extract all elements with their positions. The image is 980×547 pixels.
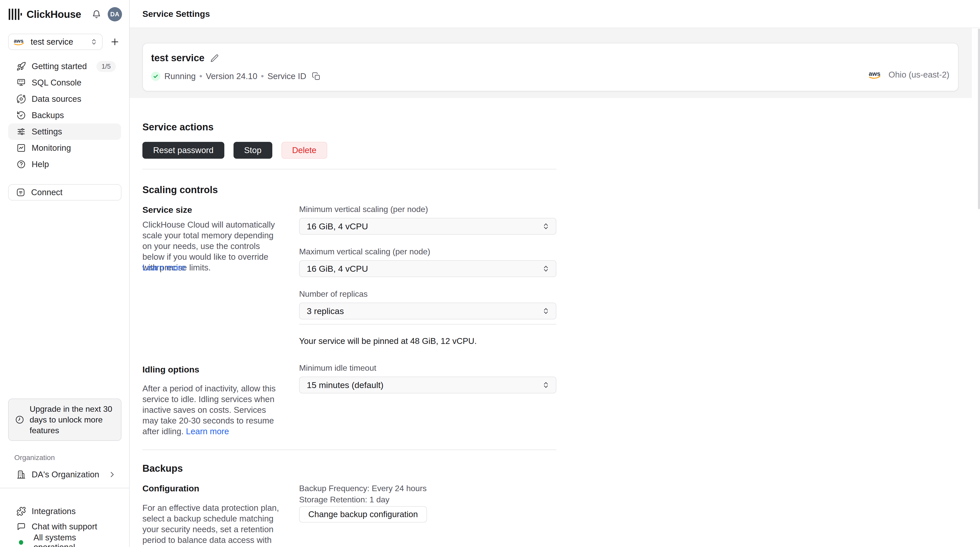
sidebar-item-label: Settings <box>32 127 62 137</box>
upgrade-notice-card[interactable]: Upgrade in the next 30 days to unlock mo… <box>8 399 121 441</box>
sidebar: ClickHouse DA aws test servic <box>0 0 130 547</box>
backup-history-icon <box>16 110 26 120</box>
page-header: Service Settings <box>130 0 980 28</box>
sql-console-icon <box>16 78 26 87</box>
max-scaling-label: Maximum vertical scaling (per node) <box>299 246 430 257</box>
help-icon <box>16 159 26 169</box>
unfold-chevron-icon <box>542 307 550 315</box>
replicas-select[interactable]: 3 replicas <box>299 302 556 320</box>
edit-pencil-icon[interactable] <box>210 54 219 62</box>
sidebar-item-settings[interactable]: Settings <box>8 124 121 140</box>
organization-row[interactable]: DA's Organization <box>8 466 121 483</box>
delete-button[interactable]: Delete <box>282 142 327 159</box>
system-status-label: All systems operational <box>33 533 116 547</box>
idle-timeout-value: 15 minutes (default) <box>307 380 383 390</box>
service-size-title: Service size <box>142 204 192 215</box>
bullet-separator: • <box>199 72 202 81</box>
sidebar-item-integrations[interactable]: Integrations <box>8 504 121 519</box>
building-icon <box>16 470 26 479</box>
replicas-label: Number of replicas <box>299 289 368 299</box>
connect-wifi-icon <box>16 188 25 197</box>
replicas-value: 3 replicas <box>307 306 344 316</box>
service-name: test service <box>151 52 204 64</box>
orbit-icon <box>16 94 26 104</box>
service-id-label: Service ID <box>267 72 306 81</box>
monitoring-chart-icon <box>16 143 26 153</box>
sidebar-item-chat-support[interactable]: Chat with support <box>8 519 121 534</box>
min-scaling-value: 16 GiB, 4 vCPU <box>307 221 368 231</box>
status-green-dot <box>19 540 23 545</box>
sliders-icon <box>16 127 26 137</box>
aws-logo-icon: aws <box>869 70 883 80</box>
chat-bubble-icon <box>16 522 26 531</box>
brand-name: ClickHouse <box>27 9 81 20</box>
status-text: Running <box>164 72 196 81</box>
clock-icon <box>15 415 24 425</box>
svg-text:aws: aws <box>869 70 880 77</box>
max-scaling-select[interactable]: 16 GiB, 4 vCPU <box>299 260 556 277</box>
change-backup-configuration-button[interactable]: Change backup configuration <box>299 506 427 523</box>
clickhouse-logo-icon <box>9 8 22 21</box>
copy-icon[interactable] <box>312 72 321 81</box>
service-actions-title: Service actions <box>142 121 213 134</box>
chat-support-label: Chat with support <box>32 522 97 531</box>
system-status-item[interactable]: All systems operational <box>8 535 121 547</box>
sidebar-divider <box>0 488 129 488</box>
unfold-chevron-icon <box>542 223 550 230</box>
avatar[interactable]: DA <box>108 7 122 21</box>
sidebar-item-label: Backups <box>32 110 64 120</box>
sidebar-item-monitoring[interactable]: Monitoring <box>8 140 121 156</box>
service-selector[interactable]: aws test service <box>8 34 103 50</box>
min-scaling-label: Minimum vertical scaling (per node) <box>299 204 428 214</box>
idling-description: After a period of inactivity, allow this… <box>142 383 279 437</box>
service-actions-buttons: Reset password Stop Delete <box>142 142 327 159</box>
sidebar-item-label: Getting started <box>32 62 87 71</box>
version-text: Version 24.10 <box>206 72 258 81</box>
svg-text:aws: aws <box>14 38 24 44</box>
sidebar-item-label: SQL Console <box>32 78 81 87</box>
add-service-button[interactable] <box>109 36 121 48</box>
upgrade-notice-text: Upgrade in the next 30 days to unlock mo… <box>30 404 115 436</box>
getting-started-progress-badge: 1/5 <box>97 61 116 72</box>
vertical-scrollbar-thumb[interactable] <box>978 29 980 209</box>
sidebar-item-label: Help <box>32 159 49 169</box>
reset-password-button[interactable]: Reset password <box>142 142 224 159</box>
form-divider <box>299 324 556 324</box>
chevron-right-icon <box>108 471 116 479</box>
bullet-separator: • <box>261 72 264 81</box>
storage-retention-text: Storage Retention: 1 day <box>299 494 390 505</box>
sidebar-item-help[interactable]: Help <box>8 156 121 172</box>
idle-timeout-select[interactable]: 15 minutes (default) <box>299 377 556 393</box>
backup-frequency-text: Backup Frequency: Every 24 hours <box>299 483 427 494</box>
idling-learn-more-link[interactable]: Learn more <box>186 426 229 436</box>
region-row: aws Ohio (us-east-2) <box>869 70 950 80</box>
unfold-chevron-icon <box>542 265 550 272</box>
integrations-label: Integrations <box>32 506 76 516</box>
backups-description: For an effective data protection plan, s… <box>142 502 284 547</box>
scaling-learn-more-link[interactable]: Learn more <box>142 263 186 272</box>
clickhouse-cloud-app: ClickHouse DA aws test servic <box>0 0 980 547</box>
brand-row: ClickHouse DA <box>0 0 129 29</box>
section-divider <box>142 169 556 169</box>
page-title: Service Settings <box>142 9 210 19</box>
unfold-chevron-icon <box>90 38 97 45</box>
region-text: Ohio (us-east-2) <box>889 70 950 80</box>
main-content: Service Settings test service Running <box>130 0 980 547</box>
sidebar-item-backups[interactable]: Backups <box>8 107 121 124</box>
notifications-bell-icon[interactable] <box>91 9 102 19</box>
backups-title: Backups <box>142 462 183 475</box>
sidebar-item-data-sources[interactable]: Data sources <box>8 91 121 107</box>
sidebar-item-getting-started[interactable]: Getting started 1/5 <box>8 58 121 75</box>
scaling-controls-title: Scaling controls <box>142 183 218 196</box>
connect-button[interactable]: Connect <box>8 184 121 200</box>
idle-timeout-label: Minimum idle timeout <box>299 363 376 373</box>
service-status-row: Running • Version 24.10 • Service ID <box>151 72 321 81</box>
status-check-icon <box>151 72 160 81</box>
sidebar-item-label: Data sources <box>32 94 81 104</box>
sidebar-item-sql-console[interactable]: SQL Console <box>8 75 121 91</box>
min-scaling-select[interactable]: 16 GiB, 4 vCPU <box>299 218 556 235</box>
stop-button[interactable]: Stop <box>234 142 272 159</box>
sidebar-nav: Getting started 1/5 SQL Console <box>0 58 129 172</box>
service-selector-value: test service <box>30 37 90 47</box>
connect-label: Connect <box>31 188 62 197</box>
